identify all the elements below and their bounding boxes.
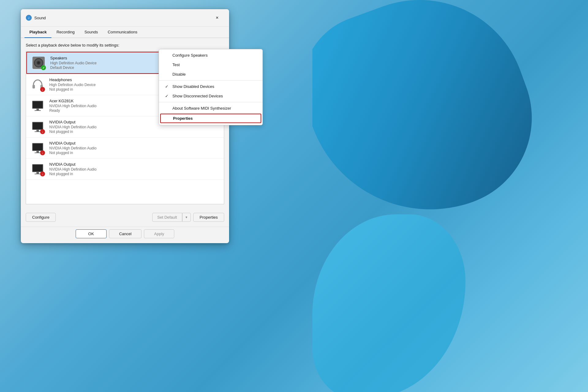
svg-point-5: [38, 62, 39, 63]
title-bar: ♪ Sound ✕: [21, 9, 229, 27]
context-menu: Configure Speakers Test Disable ✓ Show D…: [159, 49, 263, 125]
nvidia2-status: Not plugged in: [49, 151, 220, 155]
svg-rect-10: [36, 109, 39, 110]
svg-rect-21: [33, 165, 43, 172]
svg-rect-6: [32, 85, 35, 89]
ok-button[interactable]: OK: [76, 229, 107, 238]
ctx-label-show-disconnected: Show Disconnected Devices: [172, 94, 223, 98]
tab-communications[interactable]: Communications: [103, 27, 142, 38]
ctx-properties[interactable]: Properties: [160, 114, 261, 123]
ctx-separator-1: [159, 80, 262, 81]
dialog-title: Sound: [34, 16, 210, 20]
ctx-label-properties: Properties: [173, 116, 193, 121]
svg-rect-13: [33, 123, 43, 129]
ctx-label-test: Test: [172, 62, 180, 67]
sound-dialog: ♪ Sound ✕ Playback Recording Sounds Comm…: [21, 9, 229, 243]
svg-rect-9: [33, 101, 43, 108]
properties-button[interactable]: Properties: [193, 213, 224, 222]
monitor-icon-acer: [31, 99, 44, 112]
set-default-dropdown[interactable]: ▼: [182, 213, 191, 222]
configure-button[interactable]: Configure: [26, 213, 56, 222]
bg-curve-2: [312, 214, 466, 392]
nvidia3-driver: NVIDIA High Definition Audio: [49, 167, 220, 172]
nvidia1-status: Not plugged in: [49, 130, 220, 134]
ctx-label-configure: Configure Speakers: [172, 53, 208, 58]
nvidia2-name: NVIDIA Output: [49, 141, 220, 145]
nvidia2-status-badge-red: ↓: [40, 150, 45, 155]
headphones-icon-wrap: ↓: [30, 77, 45, 92]
acer-icon-wrap: [30, 98, 45, 113]
nvidia2-info: NVIDIA Output NVIDIA High Definition Aud…: [49, 141, 220, 155]
tab-sounds[interactable]: Sounds: [80, 27, 103, 38]
tab-playback[interactable]: Playback: [24, 27, 51, 38]
ctx-disable[interactable]: Disable: [159, 70, 262, 79]
action-row: OK Cancel Apply: [21, 227, 229, 243]
svg-rect-14: [36, 130, 39, 131]
headphones-status-badge-red: ↓: [40, 87, 45, 92]
ctx-separator-2: [159, 102, 262, 102]
background-decoration: [312, 0, 588, 392]
tab-recording[interactable]: Recording: [51, 27, 79, 38]
ctx-show-disabled[interactable]: ✓ Show Disabled Devices: [159, 82, 262, 91]
nvidia2-icon-wrap: ↓: [30, 141, 45, 155]
tab-bar: Playback Recording Sounds Communications: [21, 27, 229, 38]
nvidia1-driver: NVIDIA High Definition Audio: [49, 125, 220, 129]
ctx-configure-speakers[interactable]: Configure Speakers: [159, 51, 262, 60]
window-controls: ✕: [210, 13, 224, 23]
nvidia3-name: NVIDIA Output: [49, 162, 220, 167]
nvidia1-status-badge-red: ↓: [40, 129, 45, 134]
nvidia3-icon-wrap: ↓: [30, 162, 45, 176]
ctx-check-show-disabled: ✓: [165, 84, 170, 89]
svg-rect-22: [36, 172, 39, 174]
svg-rect-17: [33, 144, 43, 150]
ctx-label-disable: Disable: [172, 72, 186, 77]
ctx-show-disconnected[interactable]: ✓ Show Disconnected Devices: [159, 91, 262, 101]
set-default-group: Set Default ▼: [152, 213, 191, 222]
instruction-text: Select a playback device below to modify…: [26, 43, 224, 47]
nvidia3-status: Not plugged in: [49, 172, 220, 176]
nvidia2-driver: NVIDIA High Definition Audio: [49, 146, 220, 150]
speakers-icon-wrap: ✓: [31, 55, 46, 70]
nvidia3-info: NVIDIA Output NVIDIA High Definition Aud…: [49, 162, 220, 176]
device-item-nvidia-3[interactable]: ↓ NVIDIA Output NVIDIA High Definition A…: [26, 159, 224, 180]
apply-button[interactable]: Apply: [144, 229, 174, 238]
right-button-group: Set Default ▼ Properties: [152, 213, 224, 222]
set-default-button[interactable]: Set Default: [152, 213, 182, 222]
nvidia1-icon-wrap: ↓: [30, 119, 45, 134]
svg-rect-11: [35, 110, 41, 111]
ctx-test[interactable]: Test: [159, 60, 262, 70]
bg-curve-1: [312, 0, 557, 245]
ctx-about-midi[interactable]: About Software MIDI Synthesizer: [159, 104, 262, 113]
ctx-check-show-disconnected: ✓: [165, 94, 170, 98]
ctx-label-show-disabled: Show Disabled Devices: [172, 84, 214, 89]
svg-rect-23: [35, 174, 41, 174]
ctx-label-midi: About Software MIDI Synthesizer: [172, 106, 231, 111]
speakers-status-badge-green: ✓: [41, 65, 46, 70]
sound-app-icon: ♪: [26, 15, 32, 21]
cancel-button[interactable]: Cancel: [109, 229, 141, 238]
svg-rect-19: [35, 153, 41, 153]
svg-rect-18: [36, 151, 39, 153]
svg-rect-15: [35, 131, 41, 132]
close-button[interactable]: ✕: [210, 13, 224, 23]
nvidia3-status-badge-red: ↓: [40, 172, 45, 176]
footer-row1: Configure Set Default ▼ Properties: [21, 209, 229, 227]
svg-text:♪: ♪: [28, 16, 30, 20]
device-item-nvidia-2[interactable]: ↓ NVIDIA Output NVIDIA High Definition A…: [26, 138, 224, 159]
